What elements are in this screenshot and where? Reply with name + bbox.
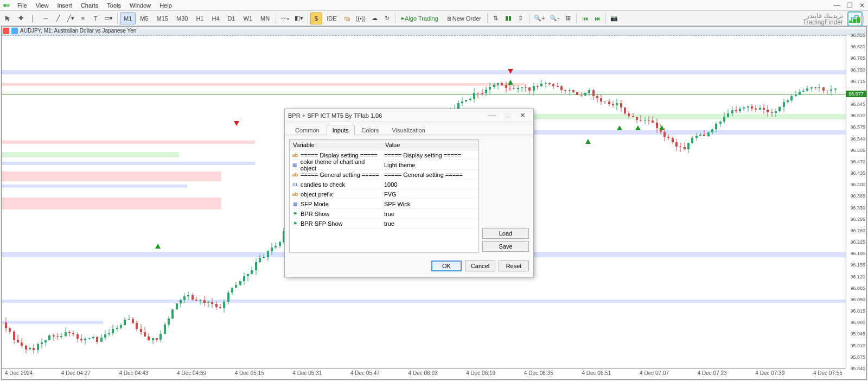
timeframe-w1[interactable]: W1: [240, 12, 257, 24]
input-value-cell[interactable]: Light theme: [382, 161, 478, 169]
menu-charts[interactable]: Charts: [76, 1, 103, 10]
save-button[interactable]: Save: [482, 241, 529, 252]
connection-status-icon: [849, 15, 864, 23]
shift-chart-icon[interactable]: ⇅: [490, 12, 502, 24]
dialog-maximize-icon[interactable]: □: [500, 111, 515, 119]
signal-icon[interactable]: ((•)): [354, 12, 368, 24]
fib-tool-icon[interactable]: ≡: [77, 12, 89, 24]
algo-trading-button[interactable]: ▸ Algo Trading: [398, 12, 442, 24]
price-zone: [2, 83, 525, 86]
cursor-tool-icon[interactable]: [2, 12, 14, 24]
tab-colors[interactable]: Colors: [356, 125, 385, 135]
candle: [719, 120, 722, 128]
restore-icon[interactable]: ❐: [844, 2, 856, 9]
timeframe-h1[interactable]: H1: [192, 12, 207, 24]
line-dropdown-icon[interactable]: ╱▾: [65, 12, 76, 24]
timeframe-m5[interactable]: M5: [136, 12, 152, 24]
new-order-button[interactable]: 🗎 New Order: [443, 12, 485, 24]
input-variable-name: ===== General setting =====: [301, 172, 379, 178]
menu-tools[interactable]: Tools: [103, 1, 125, 10]
zoom-in-icon[interactable]: 🔍+: [532, 12, 547, 24]
tab-common[interactable]: Common: [289, 125, 326, 135]
x-tick: 4 Dec 04:59: [177, 370, 206, 378]
input-value-cell[interactable]: true: [382, 220, 478, 227]
timeframe-d1[interactable]: D1: [224, 12, 239, 24]
input-row[interactable]: ▦SFP ModeSPF Wick: [290, 199, 478, 209]
dollar-icon[interactable]: $: [310, 12, 322, 24]
reset-button[interactable]: Reset: [499, 261, 529, 271]
timeframe-m30[interactable]: M30: [173, 12, 192, 24]
tile-windows-icon[interactable]: ⊞: [562, 12, 574, 24]
text-tool-icon[interactable]: T: [90, 12, 101, 24]
candle: [826, 91, 828, 94]
indicator-icon[interactable]: ◧▾: [292, 12, 305, 24]
step-back-icon[interactable]: ⏮: [579, 12, 591, 24]
input-value-cell[interactable]: true: [382, 210, 478, 218]
price-axis[interactable]: 96.85596.82096.78596.75096.71596.68096.6…: [846, 35, 866, 369]
menu-file[interactable]: File: [13, 1, 31, 10]
autoscroll-icon[interactable]: ▮▮: [502, 12, 514, 24]
chart-titlebar[interactable]: AUDJPY, M1: Australian Dollar vs Japanes…: [2, 27, 866, 35]
dialog-titlebar[interactable]: BPR + SFP ICT MT5 By TFlab 1.06 — □ ✕: [285, 109, 533, 122]
timeframe-m1[interactable]: M1: [120, 12, 136, 24]
candle: [548, 82, 551, 86]
col-header-value[interactable]: Value: [382, 140, 478, 150]
y-tick: 96.785: [850, 55, 865, 61]
ok-button[interactable]: OK: [431, 261, 462, 271]
candle: [108, 329, 110, 336]
menu-view[interactable]: View: [31, 1, 53, 10]
input-row[interactable]: abobject prefixFVG: [290, 189, 478, 199]
vline-tool-icon[interactable]: │: [27, 12, 39, 24]
input-value-cell[interactable]: 1000: [382, 181, 478, 188]
cloud-icon[interactable]: ☁: [368, 12, 380, 24]
dialog-minimize-icon[interactable]: —: [484, 111, 500, 119]
trendline-tool-icon[interactable]: ╱: [52, 12, 64, 24]
candle: [259, 253, 261, 264]
input-row[interactable]: ▦color theme of chart and objectLight th…: [290, 160, 478, 170]
input-value-cell[interactable]: SPF Wick: [382, 200, 478, 208]
candle: [187, 291, 189, 300]
line-chart-icon[interactable]: 〰▾: [278, 12, 292, 24]
load-button[interactable]: Load: [482, 228, 529, 239]
candle: [576, 92, 578, 95]
time-axis[interactable]: 4 Dec 20244 Dec 04:274 Dec 04:434 Dec 04…: [2, 369, 846, 379]
candle: [144, 327, 146, 337]
y-tick: 96.330: [850, 205, 865, 211]
input-value-cell[interactable]: ===== General setting =====: [382, 171, 478, 179]
tab-visualization[interactable]: Visualization: [386, 125, 431, 135]
input-row[interactable]: ab===== General setting ========== Gener…: [290, 170, 478, 180]
refresh-icon[interactable]: ↻: [381, 12, 393, 24]
crosshair-tool-icon[interactable]: ✚: [15, 12, 27, 24]
menu-help[interactable]: Help: [155, 1, 176, 10]
timeframe-h4[interactable]: H4: [208, 12, 223, 24]
input-row[interactable]: 01candles to check1000: [290, 180, 478, 189]
col-header-variable[interactable]: Variable: [290, 140, 382, 150]
input-value-cell[interactable]: ===== Display setting =====: [382, 151, 478, 159]
menu-window[interactable]: Window: [125, 1, 155, 10]
input-value-cell[interactable]: FVG: [382, 190, 478, 198]
trade-levels-icon[interactable]: ⇕: [515, 12, 527, 24]
timeframe-mn[interactable]: MN: [257, 12, 273, 24]
hline-tool-icon[interactable]: ─: [40, 12, 52, 24]
zoom-out-icon[interactable]: 🔍-: [547, 12, 561, 24]
candle: [116, 325, 118, 332]
candle: [501, 81, 503, 85]
cancel-button[interactable]: Cancel: [465, 261, 495, 271]
input-row[interactable]: ⚑BPR Showtrue: [290, 209, 478, 219]
step-fwd-icon[interactable]: ⏭: [591, 12, 603, 24]
dialog-close-icon[interactable]: ✕: [515, 111, 530, 119]
timeframe-m15[interactable]: M15: [153, 12, 172, 24]
candle: [616, 99, 618, 110]
menu-insert[interactable]: Insert: [53, 1, 76, 10]
shapes-dropdown-icon[interactable]: ▭▾: [102, 12, 115, 24]
y-tick: 96.295: [850, 217, 865, 222]
close-icon[interactable]: ✕: [856, 2, 868, 9]
input-row[interactable]: ⚑BPR SFP Showtrue: [290, 219, 478, 228]
tab-inputs[interactable]: Inputs: [327, 125, 355, 135]
candle: [235, 282, 237, 288]
ide-button[interactable]: IDE: [323, 12, 340, 24]
screenshot-icon[interactable]: 📷: [608, 12, 620, 24]
minimize-icon[interactable]: —: [831, 2, 844, 9]
market-icon[interactable]: 🛍: [341, 12, 353, 24]
last-price-label: 96.677: [846, 91, 866, 97]
